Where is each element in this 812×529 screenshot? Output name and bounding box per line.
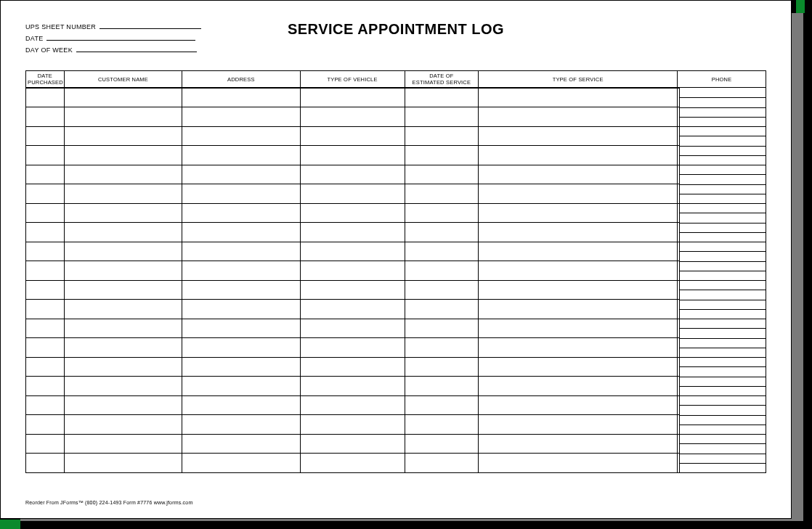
table-cell[interactable] — [26, 261, 65, 281]
table-cell[interactable] — [479, 357, 678, 377]
table-cell[interactable] — [479, 415, 678, 435]
table-cell[interactable] — [300, 357, 405, 377]
table-cell[interactable] — [479, 434, 678, 454]
table-cell[interactable] — [64, 223, 182, 242]
table-cell[interactable] — [300, 203, 405, 223]
table-cell[interactable] — [26, 434, 65, 454]
table-row[interactable] — [26, 88, 766, 107]
table-cell[interactable] — [300, 338, 405, 358]
phone-subrow[interactable] — [680, 338, 766, 348]
table-cell[interactable] — [26, 300, 65, 319]
phone-subrow[interactable] — [680, 290, 766, 299]
table-cell[interactable] — [405, 454, 478, 473]
phone-subrow[interactable] — [680, 117, 766, 126]
table-row[interactable] — [26, 454, 766, 473]
phone-subrow[interactable] — [680, 203, 766, 213]
table-cell[interactable] — [300, 242, 405, 261]
phone-subrow[interactable] — [680, 405, 766, 414]
table-cell[interactable] — [479, 107, 678, 127]
phone-subrow[interactable] — [680, 309, 766, 319]
phone-subrow[interactable] — [680, 232, 766, 242]
phone-subrow[interactable] — [680, 434, 766, 443]
table-cell[interactable] — [479, 165, 678, 184]
table-cell[interactable] — [405, 338, 478, 358]
table-cell[interactable] — [182, 338, 300, 358]
table-cell[interactable] — [405, 165, 478, 184]
table-cell[interactable] — [405, 223, 478, 242]
table-cell[interactable] — [64, 261, 182, 281]
table-row[interactable] — [26, 357, 766, 377]
table-cell[interactable] — [479, 300, 678, 319]
table-row[interactable] — [26, 107, 766, 127]
table-cell[interactable] — [182, 165, 300, 184]
table-cell[interactable] — [182, 377, 300, 396]
phone-subrow[interactable] — [680, 88, 766, 97]
table-row[interactable] — [26, 165, 766, 184]
phone-subrow[interactable] — [680, 463, 766, 472]
phone-subrow[interactable] — [680, 454, 766, 463]
table-cell[interactable] — [182, 300, 300, 319]
phone-subrow[interactable] — [680, 443, 766, 453]
phone-subrow[interactable] — [680, 271, 766, 280]
table-cell[interactable] — [479, 280, 678, 300]
table-cell[interactable] — [64, 377, 182, 396]
table-row[interactable] — [26, 319, 766, 338]
table-cell[interactable] — [26, 357, 65, 377]
table-cell[interactable] — [26, 223, 65, 242]
table-row[interactable] — [26, 280, 766, 300]
phone-subrow[interactable] — [680, 242, 766, 251]
table-cell[interactable] — [300, 300, 405, 319]
table-cell[interactable] — [26, 338, 65, 358]
table-row[interactable] — [26, 223, 766, 242]
table-cell[interactable] — [26, 280, 65, 300]
phone-subrow[interactable] — [680, 348, 766, 357]
table-cell[interactable] — [64, 203, 182, 223]
table-cell[interactable] — [182, 146, 300, 165]
table-cell[interactable] — [300, 165, 405, 184]
phone-subrow[interactable] — [680, 328, 766, 337]
table-cell[interactable] — [405, 126, 478, 146]
table-cell[interactable] — [64, 338, 182, 358]
table-row[interactable] — [26, 338, 766, 358]
table-cell[interactable] — [479, 126, 678, 146]
phone-subrow[interactable] — [680, 415, 766, 425]
table-cell[interactable] — [26, 203, 65, 223]
phone-subrow[interactable] — [680, 97, 766, 107]
table-cell[interactable] — [64, 395, 182, 415]
table-cell[interactable] — [479, 454, 678, 473]
table-cell[interactable] — [479, 203, 678, 223]
phone-subrow[interactable] — [680, 395, 766, 405]
table-cell[interactable] — [182, 434, 300, 454]
table-cell[interactable] — [26, 319, 65, 338]
phone-subrow[interactable] — [680, 155, 766, 165]
table-cell[interactable] — [64, 300, 182, 319]
table-cell[interactable] — [405, 146, 478, 165]
phone-subrow[interactable] — [680, 126, 766, 136]
table-cell[interactable] — [405, 357, 478, 377]
table-cell[interactable] — [405, 242, 478, 261]
table-cell[interactable] — [64, 319, 182, 338]
phone-subrow[interactable] — [680, 194, 766, 203]
table-cell[interactable] — [182, 203, 300, 223]
phone-subrow[interactable] — [680, 213, 766, 222]
table-cell[interactable] — [479, 319, 678, 338]
table-cell[interactable] — [26, 165, 65, 184]
table-cell[interactable] — [64, 415, 182, 435]
table-cell[interactable] — [479, 395, 678, 415]
phone-subrow[interactable] — [680, 280, 766, 290]
table-cell[interactable] — [64, 184, 182, 204]
table-row[interactable] — [26, 434, 766, 454]
table-cell[interactable] — [300, 415, 405, 435]
table-cell[interactable] — [26, 107, 65, 127]
table-cell[interactable] — [64, 165, 182, 184]
date-blank[interactable] — [46, 33, 195, 41]
table-cell[interactable] — [182, 280, 300, 300]
phone-subrow[interactable] — [680, 300, 766, 309]
table-cell[interactable] — [26, 146, 65, 165]
dow-blank[interactable] — [76, 45, 197, 52]
table-cell[interactable] — [479, 146, 678, 165]
table-cell[interactable] — [26, 377, 65, 396]
table-cell[interactable] — [300, 107, 405, 127]
table-cell[interactable] — [64, 242, 182, 261]
table-cell[interactable] — [182, 415, 300, 435]
